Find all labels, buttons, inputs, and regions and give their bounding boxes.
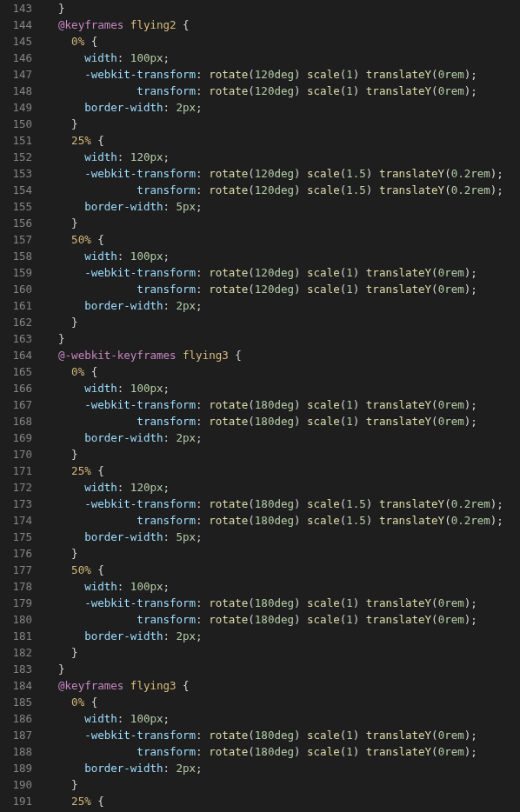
- code-line[interactable]: -webkit-transform: rotate(120deg) scale(…: [45, 264, 520, 281]
- line-number: 184: [0, 677, 32, 694]
- code-line[interactable]: transform: rotate(180deg) scale(1) trans…: [45, 413, 520, 429]
- code-line[interactable]: }: [45, 545, 520, 562]
- line-number: 178: [0, 578, 32, 595]
- code-editor[interactable]: 1431441451461471481491501511521531541551…: [0, 0, 520, 809]
- code-line[interactable]: 25% {: [45, 793, 520, 809]
- code-line[interactable]: transform: rotate(120deg) scale(1) trans…: [45, 281, 520, 297]
- line-number: 173: [0, 496, 32, 512]
- code-line[interactable]: @-webkit-keyframes flying3 {: [45, 347, 520, 363]
- code-line[interactable]: 0% {: [45, 33, 520, 50]
- line-number: 157: [0, 231, 32, 248]
- code-line[interactable]: -webkit-transform: rotate(120deg) scale(…: [45, 165, 520, 182]
- code-line[interactable]: }: [45, 661, 520, 677]
- line-number: 188: [0, 743, 32, 760]
- line-number: 153: [0, 165, 32, 182]
- line-number: 143: [0, 0, 32, 17]
- code-line[interactable]: -webkit-transform: rotate(120deg) scale(…: [45, 66, 520, 83]
- line-number: 177: [0, 562, 32, 578]
- line-number: 189: [0, 760, 32, 776]
- line-number: 161: [0, 297, 32, 314]
- line-number: 183: [0, 661, 32, 677]
- code-line[interactable]: 25% {: [45, 132, 520, 149]
- line-number: 179: [0, 595, 32, 611]
- code-line[interactable]: transform: rotate(180deg) scale(1.5) tra…: [45, 512, 520, 529]
- code-line[interactable]: border-width: 2px;: [45, 429, 520, 446]
- line-number: 164: [0, 347, 32, 363]
- line-number: 172: [0, 479, 32, 496]
- line-number: 147: [0, 66, 32, 83]
- code-line[interactable]: }: [45, 644, 520, 661]
- code-line[interactable]: 50% {: [45, 231, 520, 248]
- line-number: 145: [0, 33, 32, 50]
- line-number: 151: [0, 132, 32, 149]
- code-line[interactable]: border-width: 5px;: [45, 529, 520, 545]
- line-number: 163: [0, 330, 32, 347]
- line-number: 166: [0, 380, 32, 396]
- code-line[interactable]: }: [45, 0, 520, 17]
- code-line[interactable]: @keyframes flying2 {: [45, 17, 520, 33]
- line-number: 187: [0, 727, 32, 743]
- code-line[interactable]: }: [45, 314, 520, 330]
- code-line[interactable]: border-width: 2px;: [45, 99, 520, 116]
- line-number: 191: [0, 793, 32, 809]
- line-number: 167: [0, 396, 32, 413]
- code-line[interactable]: 50% {: [45, 562, 520, 578]
- code-line[interactable]: }: [45, 776, 520, 793]
- code-line[interactable]: border-width: 5px;: [45, 198, 520, 215]
- code-line[interactable]: 0% {: [45, 363, 520, 380]
- code-line[interactable]: border-width: 2px;: [45, 760, 520, 776]
- line-number: 152: [0, 149, 32, 165]
- line-number: 174: [0, 512, 32, 529]
- code-line[interactable]: border-width: 2px;: [45, 297, 520, 314]
- code-line[interactable]: }: [45, 446, 520, 463]
- line-number: 149: [0, 99, 32, 116]
- code-line[interactable]: -webkit-transform: rotate(180deg) scale(…: [45, 496, 520, 512]
- code-line[interactable]: transform: rotate(180deg) scale(1) trans…: [45, 743, 520, 760]
- code-line[interactable]: -webkit-transform: rotate(180deg) scale(…: [45, 727, 520, 743]
- line-number: 160: [0, 281, 32, 297]
- line-number: 155: [0, 198, 32, 215]
- code-line[interactable]: transform: rotate(180deg) scale(1) trans…: [45, 611, 520, 628]
- code-line[interactable]: width: 120px;: [45, 479, 520, 496]
- code-line[interactable]: 25% {: [45, 463, 520, 479]
- code-line[interactable]: border-width: 2px;: [45, 628, 520, 644]
- code-line[interactable]: -webkit-transform: rotate(180deg) scale(…: [45, 595, 520, 611]
- line-number: 181: [0, 628, 32, 644]
- line-number: 190: [0, 776, 32, 793]
- code-line[interactable]: -webkit-transform: rotate(180deg) scale(…: [45, 396, 520, 413]
- line-number: 148: [0, 83, 32, 99]
- line-number: 186: [0, 710, 32, 727]
- code-line[interactable]: }: [45, 215, 520, 231]
- code-line[interactable]: width: 100px;: [45, 248, 520, 264]
- line-number: 180: [0, 611, 32, 628]
- code-line[interactable]: }: [45, 116, 520, 132]
- line-number: 185: [0, 694, 32, 710]
- line-number: 159: [0, 264, 32, 281]
- line-number: 156: [0, 215, 32, 231]
- line-number: 158: [0, 248, 32, 264]
- code-line[interactable]: width: 100px;: [45, 50, 520, 66]
- code-line[interactable]: @keyframes flying3 {: [45, 677, 520, 694]
- code-line[interactable]: transform: rotate(120deg) scale(1) trans…: [45, 83, 520, 99]
- code-content[interactable]: } @keyframes flying2 { 0% { width: 100px…: [45, 0, 520, 809]
- code-line[interactable]: }: [45, 330, 520, 347]
- line-number: 165: [0, 363, 32, 380]
- code-line[interactable]: width: 100px;: [45, 578, 520, 595]
- line-number: 169: [0, 429, 32, 446]
- code-line[interactable]: transform: rotate(120deg) scale(1.5) tra…: [45, 182, 520, 198]
- code-line[interactable]: width: 100px;: [45, 710, 520, 727]
- line-number: 150: [0, 116, 32, 132]
- line-number: 182: [0, 644, 32, 661]
- line-number: 146: [0, 50, 32, 66]
- code-line[interactable]: width: 100px;: [45, 380, 520, 396]
- line-number: 175: [0, 529, 32, 545]
- line-number: 176: [0, 545, 32, 562]
- code-line[interactable]: width: 120px;: [45, 149, 520, 165]
- line-number: 154: [0, 182, 32, 198]
- code-line[interactable]: 0% {: [45, 694, 520, 710]
- line-number: 144: [0, 17, 32, 33]
- line-number: 171: [0, 463, 32, 479]
- line-number: 170: [0, 446, 32, 463]
- line-number: 168: [0, 413, 32, 429]
- line-number: 162: [0, 314, 32, 330]
